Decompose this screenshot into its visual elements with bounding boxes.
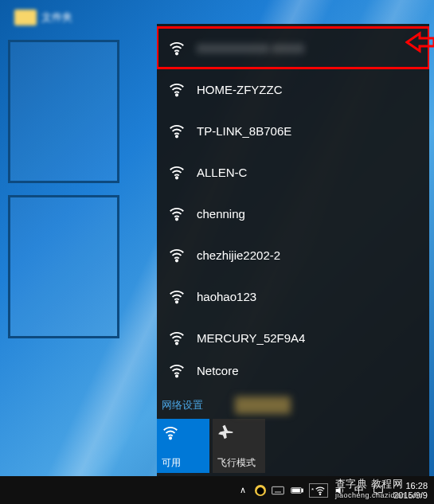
taskbar-clock[interactable]: 16:28 2015/9/9 <box>393 481 428 500</box>
wifi-signal-icon <box>168 361 186 379</box>
svg-point-18 <box>319 493 320 494</box>
desktop-folder-icon[interactable]: 文件夹 <box>14 8 102 27</box>
action-center-icon[interactable] <box>371 483 385 498</box>
taskbar: ∧ ⬤ * 中 16:28 2015/9/9 <box>0 476 434 504</box>
tray-app-icon[interactable]: ⬤ <box>255 485 266 496</box>
wifi-network-list: XXXXXXXXX-XXXX HOME-ZFYZZC TP-LINK_8B706… <box>157 24 429 395</box>
ime-icon[interactable]: 中 <box>352 483 366 498</box>
wifi-network-item[interactable]: chenning <box>157 193 429 234</box>
svg-point-6 <box>176 301 178 303</box>
wifi-signal-icon <box>168 122 186 139</box>
wifi-network-item[interactable]: Netcore <box>157 358 429 379</box>
blurred-thumbnail <box>235 397 291 414</box>
battery-icon[interactable] <box>290 483 304 498</box>
wifi-network-item[interactable]: TP-LINK_8B706E <box>157 110 429 151</box>
svg-rect-16 <box>302 489 303 492</box>
wifi-ssid-label: HOME-ZFYZZC <box>197 83 282 96</box>
wifi-network-item[interactable]: XXXXXXXXX-XXXX <box>157 27 429 68</box>
svg-rect-10 <box>272 486 284 494</box>
keyboard-icon[interactable] <box>271 483 285 498</box>
svg-point-5 <box>176 260 178 261</box>
wifi-ssid-label: chenning <box>197 207 245 221</box>
wifi-ssid-label: TP-LINK_8B706E <box>197 124 291 138</box>
clock-date: 2015/9/9 <box>393 490 428 500</box>
svg-point-2 <box>176 135 178 137</box>
folder-label: 文件夹 <box>41 10 72 25</box>
wifi-signal-icon <box>168 80 186 98</box>
wifi-network-item[interactable]: chezhijie2202-2 <box>157 234 429 275</box>
airplane-icon <box>217 424 235 441</box>
wifi-network-item[interactable]: HOME-ZFYZZC <box>157 68 429 110</box>
wifi-network-item[interactable]: ALLEN-C <box>157 151 429 193</box>
wifi-flyout-panel: XXXXXXXXX-XXXX HOME-ZFYZZC TP-LINK_8B706… <box>157 24 429 476</box>
svg-point-7 <box>176 342 178 344</box>
svg-point-4 <box>176 218 178 220</box>
tray-overflow-chevron-icon[interactable]: ∧ <box>236 483 250 498</box>
wifi-icon <box>162 424 179 441</box>
wifi-ssid-label: haohao123 <box>197 290 256 303</box>
callout-arrow-icon <box>405 30 434 54</box>
svg-point-9 <box>170 437 171 439</box>
wifi-ssid-label: Netcore <box>197 364 239 377</box>
wifi-signal-icon <box>168 329 186 346</box>
svg-point-8 <box>176 375 178 377</box>
wifi-ssid-label: ALLEN-C <box>197 166 247 179</box>
svg-rect-17 <box>292 489 299 492</box>
wifi-signal-icon <box>168 205 186 222</box>
wallpaper-window-pane <box>8 195 119 338</box>
wifi-signal-icon <box>168 163 186 181</box>
svg-point-3 <box>176 177 178 178</box>
volume-icon[interactable] <box>333 483 347 498</box>
wifi-ssid-label: chezhijie2202-2 <box>197 248 280 262</box>
airplane-mode-tile[interactable]: 飞行模式 <box>213 419 265 473</box>
clock-time: 16:28 <box>393 481 428 490</box>
system-tray: ∧ ⬤ * 中 16:28 2015/9/9 <box>236 481 429 500</box>
svg-point-1 <box>176 94 178 96</box>
wifi-ssid-label: MERCURY_52F9A4 <box>197 331 305 345</box>
wifi-signal-icon <box>168 39 186 57</box>
wifi-network-item[interactable]: haohao123 <box>157 275 429 317</box>
tray-wifi-icon[interactable]: * <box>309 483 328 498</box>
wifi-available-star-icon: * <box>311 486 314 494</box>
wifi-signal-icon <box>168 287 186 305</box>
wifi-ssid-label: XXXXXXXXX-XXXX <box>197 41 304 55</box>
tile-label: 可用 <box>162 456 181 470</box>
tile-label: 飞行模式 <box>217 456 256 470</box>
wifi-toggle-tile[interactable]: 可用 <box>157 419 209 473</box>
wallpaper-window-pane <box>8 40 119 183</box>
wifi-signal-icon <box>168 246 186 264</box>
svg-point-0 <box>176 53 178 54</box>
network-settings-row: 网络设置 <box>157 395 429 419</box>
wifi-network-item[interactable]: MERCURY_52F9A4 <box>157 317 429 358</box>
network-settings-link[interactable]: 网络设置 <box>162 398 203 412</box>
quick-action-tiles: 可用 飞行模式 <box>157 419 429 476</box>
folder-icon <box>14 10 37 25</box>
